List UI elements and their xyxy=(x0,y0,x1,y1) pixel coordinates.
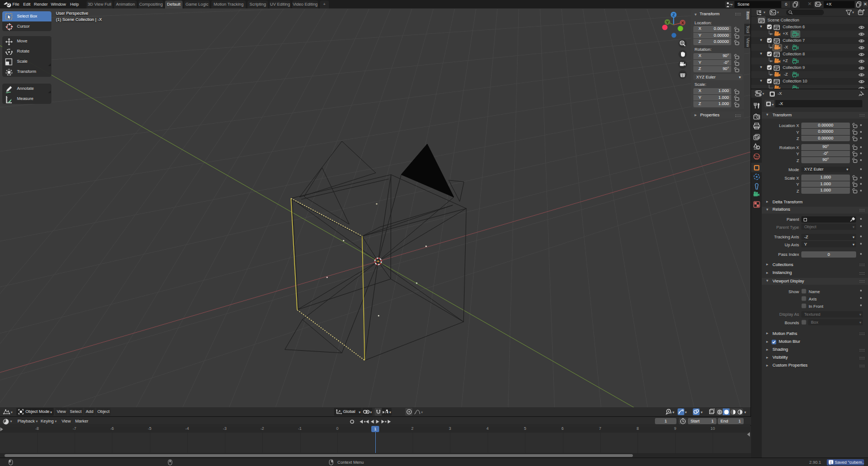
svg-text:X: X xyxy=(681,20,684,25)
svg-text:i: i xyxy=(830,460,831,464)
svg-text:Y: Y xyxy=(666,20,669,25)
svg-text:Z: Z xyxy=(672,12,675,18)
